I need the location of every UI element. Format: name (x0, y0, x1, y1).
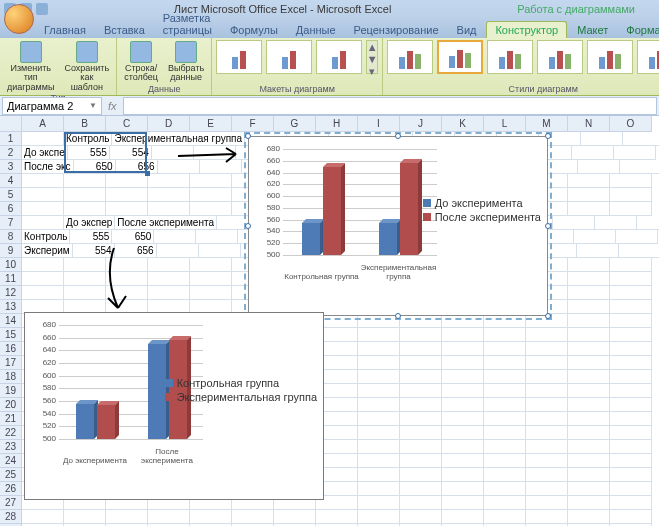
cell-M25[interactable] (526, 468, 568, 482)
cell-L26[interactable] (484, 482, 526, 496)
chart-bar[interactable] (302, 223, 320, 255)
column-header-G[interactable]: G (274, 116, 316, 132)
cell-O15[interactable] (610, 328, 652, 342)
cell-M21[interactable] (526, 412, 568, 426)
cell-N22[interactable] (568, 426, 610, 440)
cell-D28[interactable] (148, 510, 190, 524)
cell-O16[interactable] (610, 342, 652, 356)
cell-E9[interactable] (199, 244, 241, 258)
cell-F28[interactable] (232, 510, 274, 524)
cell-J26[interactable] (400, 482, 442, 496)
row-header-23[interactable]: 23 (0, 440, 22, 454)
cell-O23[interactable] (610, 440, 652, 454)
cell-E4[interactable] (190, 174, 232, 188)
cell-K16[interactable] (442, 342, 484, 356)
cell-M20[interactable] (526, 398, 568, 412)
cell-K19[interactable] (442, 384, 484, 398)
tab-design[interactable]: Конструктор (486, 21, 567, 38)
save-as-template-button[interactable]: Сохранить как шаблон (61, 40, 112, 93)
cell-E12[interactable] (190, 286, 232, 300)
cell-M7[interactable] (595, 216, 637, 230)
cell-I18[interactable] (358, 370, 400, 384)
cell-C28[interactable] (106, 510, 148, 524)
cell-N5[interactable] (568, 188, 610, 202)
cell-O5[interactable] (610, 188, 652, 202)
row-header-13[interactable]: 13 (0, 300, 22, 314)
cell-K27[interactable] (442, 496, 484, 510)
row-header-27[interactable]: 27 (0, 496, 22, 510)
row-header-22[interactable]: 22 (0, 426, 22, 440)
cell-L21[interactable] (484, 412, 526, 426)
cell-L1[interactable] (581, 132, 623, 146)
cell-J18[interactable] (400, 370, 442, 384)
cell-L27[interactable] (484, 496, 526, 510)
cell-E8[interactable] (196, 230, 238, 244)
cell-N21[interactable] (568, 412, 610, 426)
row-header-1[interactable]: 1 (0, 132, 22, 146)
chart-style-6[interactable] (637, 40, 659, 74)
column-header-I[interactable]: I (358, 116, 400, 132)
row-header-7[interactable]: 7 (0, 216, 22, 230)
row-header-14[interactable]: 14 (0, 314, 22, 328)
cell-J24[interactable] (400, 454, 442, 468)
cell-L23[interactable] (484, 440, 526, 454)
row-header-11[interactable]: 11 (0, 272, 22, 286)
cell-K24[interactable] (442, 454, 484, 468)
chart-bar[interactable] (148, 344, 166, 439)
chevron-down-icon[interactable]: ▼ (89, 101, 97, 110)
cell-J27[interactable] (400, 496, 442, 510)
cell-C8[interactable]: 650 (112, 230, 154, 244)
cell-M16[interactable] (526, 342, 568, 356)
cell-D5[interactable] (148, 188, 190, 202)
cell-B4[interactable] (64, 174, 106, 188)
chart-object-2[interactable]: 500520540560580600620640660680До экспери… (24, 312, 324, 500)
cell-I19[interactable] (358, 384, 400, 398)
cell-J15[interactable] (400, 328, 442, 342)
chart-layout-2[interactable] (266, 40, 312, 74)
cell-N13[interactable] (568, 300, 610, 314)
cell-O18[interactable] (610, 370, 652, 384)
chart-bar[interactable] (97, 405, 115, 439)
select-all-corner[interactable] (0, 116, 22, 132)
cell-J25[interactable] (400, 468, 442, 482)
cell-C3[interactable]: 656 (116, 160, 158, 174)
column-header-H[interactable]: H (316, 116, 358, 132)
cell-M1[interactable] (623, 132, 659, 146)
cell-A8[interactable]: Контроль (22, 230, 70, 244)
cell-D3[interactable] (158, 160, 200, 174)
cell-L7[interactable] (553, 216, 595, 230)
name-box[interactable]: Диаграмма 2▼ (2, 97, 102, 115)
cell-I20[interactable] (358, 398, 400, 412)
cell-K21[interactable] (442, 412, 484, 426)
row-header-8[interactable]: 8 (0, 230, 22, 244)
cell-N23[interactable] (568, 440, 610, 454)
cell-K22[interactable] (442, 426, 484, 440)
cell-B5[interactable] (64, 188, 106, 202)
cell-O11[interactable] (610, 272, 652, 286)
column-header-C[interactable]: C (106, 116, 148, 132)
cell-O20[interactable] (610, 398, 652, 412)
cell-K25[interactable] (442, 468, 484, 482)
cell-A2[interactable]: До экспе (22, 146, 68, 160)
column-header-L[interactable]: L (484, 116, 526, 132)
tab-page-layout[interactable]: Разметка страницы (155, 10, 220, 38)
cell-I21[interactable] (358, 412, 400, 426)
row-header-9[interactable]: 9 (0, 244, 22, 258)
column-header-M[interactable]: M (526, 116, 568, 132)
cell-J17[interactable] (400, 356, 442, 370)
tab-view[interactable]: Вид (449, 22, 485, 38)
cell-A3[interactable]: После экс (22, 160, 74, 174)
chart-legend[interactable]: Контрольная группа Экспериментальная гру… (165, 377, 317, 405)
cell-O9[interactable] (619, 244, 659, 258)
selection-fill-handle[interactable] (145, 171, 150, 176)
row-header-25[interactable]: 25 (0, 468, 22, 482)
cell-N12[interactable] (568, 286, 610, 300)
switch-row-column-button[interactable]: Строка/столбец (121, 40, 161, 84)
office-button[interactable] (4, 4, 34, 34)
cell-C1[interactable]: Экспериментальная группа (112, 132, 245, 146)
cell-O12[interactable] (610, 286, 652, 300)
cell-O21[interactable] (610, 412, 652, 426)
cell-C9[interactable]: 656 (115, 244, 157, 258)
cell-M22[interactable] (526, 426, 568, 440)
cell-J14[interactable] (400, 314, 442, 328)
